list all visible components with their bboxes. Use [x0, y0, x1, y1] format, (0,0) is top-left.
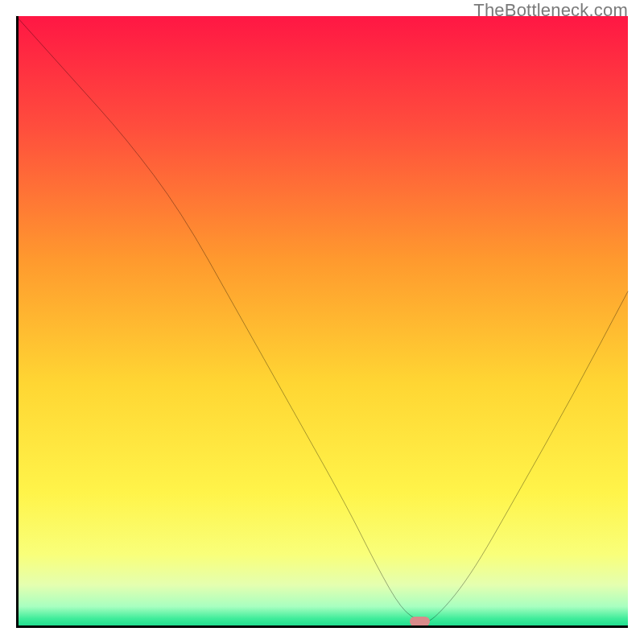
y-axis: [16, 16, 19, 628]
chart-container: TheBottleneck.com: [0, 0, 644, 644]
plot-area: [16, 16, 628, 628]
bottleneck-curve: [16, 16, 628, 621]
x-axis: [16, 625, 628, 628]
curve-layer: [16, 16, 628, 628]
